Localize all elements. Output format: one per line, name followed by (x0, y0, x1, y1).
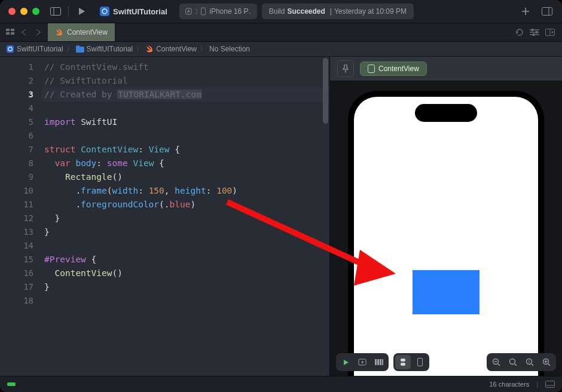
rendered-rectangle (413, 270, 479, 314)
forward-button[interactable] (32, 26, 44, 38)
svg-rect-24 (377, 359, 379, 365)
live-preview-button[interactable] (338, 355, 353, 369)
code-line[interactable]: Rectangle() (44, 170, 329, 184)
code-area[interactable]: // ContentView.swift// SwiftTutorial// C… (42, 57, 329, 376)
code-line[interactable]: // SwiftTutorial (44, 74, 329, 88)
svg-rect-28 (401, 363, 405, 366)
code-line[interactable]: .frame(width: 150, height: 100) (44, 184, 329, 198)
svg-rect-8 (11, 29, 14, 31)
status-sep: | (330, 7, 332, 16)
minimize-dot[interactable] (20, 8, 28, 15)
folder-icon (76, 45, 84, 53)
code-line[interactable]: } (44, 225, 329, 239)
editor-tabbar: ContentView (0, 23, 562, 42)
xcode-toolbar: SwiftUITutorial iPhone 16 P… Build Succe… (0, 0, 562, 23)
main-split: 123456789101112131415161718 // ContentVi… (0, 57, 562, 376)
status-result: Succeeded (287, 7, 325, 16)
crumb-project[interactable]: SwiftUITutorial (6, 45, 63, 53)
back-button[interactable] (18, 26, 30, 38)
add-editor-icon[interactable] (545, 29, 555, 36)
iphone-icon (201, 7, 206, 16)
run-button[interactable] (74, 4, 89, 19)
toggle-navigator-icon[interactable] (48, 4, 63, 19)
code-line[interactable]: } (44, 212, 329, 225)
code-line[interactable]: var body: some View { (44, 157, 329, 170)
crumb-selection[interactable]: No Selection (209, 45, 250, 53)
swift-file-icon (55, 28, 63, 36)
related-items-icon[interactable] (6, 29, 16, 36)
svg-rect-7 (6, 29, 10, 31)
svg-rect-42 (546, 381, 555, 388)
code-line[interactable] (44, 294, 329, 308)
svg-rect-23 (375, 359, 377, 365)
destination-label: iPhone 16 P… (209, 7, 251, 16)
svg-point-33 (510, 359, 515, 365)
phone-preview-button[interactable] (412, 355, 427, 369)
char-count: 16 characters (489, 381, 529, 388)
code-line[interactable]: ContentView() (44, 267, 329, 280)
preview-tab-label: ContentView (378, 65, 419, 73)
preview-canvas[interactable]: 1 (330, 81, 562, 376)
svg-line-31 (498, 364, 500, 366)
add-icon[interactable] (518, 4, 533, 19)
swift-file-icon (145, 45, 154, 53)
crumb-folder[interactable]: SwiftUITutorial (76, 45, 133, 53)
run-destination[interactable]: iPhone 16 P… (179, 4, 257, 19)
editor-options-icon[interactable] (530, 29, 539, 36)
code-line[interactable]: import SwiftUI (44, 115, 329, 129)
svg-rect-27 (401, 359, 405, 362)
project-icon (6, 45, 14, 53)
close-dot[interactable] (8, 8, 16, 15)
code-line[interactable]: #Preview { (44, 253, 329, 267)
scheme-selector[interactable]: SwiftUITutorial (94, 5, 173, 18)
app-store-icon (185, 8, 192, 15)
svg-rect-15 (536, 31, 537, 33)
scheme-label: SwiftUITutorial (113, 7, 167, 16)
tab-label: ContentView (67, 28, 108, 36)
library-icon[interactable] (539, 4, 555, 19)
chevron-right-icon (196, 8, 198, 14)
svg-rect-10 (11, 32, 14, 35)
jump-bar[interactable]: SwiftUITutorial 〉 SwiftUITutorial 〉 Cont… (0, 42, 562, 57)
svg-rect-0 (51, 8, 61, 16)
code-line[interactable]: // ContentView.swift (44, 60, 329, 74)
zoom-out-icon[interactable] (488, 355, 504, 369)
code-editor[interactable]: 123456789101112131415161718 // ContentVi… (0, 57, 329, 376)
code-line[interactable]: struct ContentView: View { (44, 143, 329, 157)
device-settings-button[interactable] (395, 355, 411, 369)
svg-rect-5 (542, 8, 552, 16)
svg-point-2 (102, 9, 107, 14)
svg-rect-14 (532, 29, 533, 31)
app-icon (100, 7, 109, 16)
code-line[interactable] (44, 239, 329, 253)
svg-rect-29 (417, 359, 422, 366)
zoom-actual-icon[interactable]: 1 (522, 355, 537, 369)
svg-line-36 (532, 364, 533, 366)
zoom-dot[interactable] (32, 8, 39, 15)
activity-status[interactable]: Build Succeeded | Yesterday at 10:09 PM (262, 4, 414, 19)
code-line[interactable] (44, 102, 329, 115)
toggle-debug-area-icon[interactable] (545, 381, 555, 388)
svg-line-39 (548, 364, 550, 366)
reload-icon[interactable] (515, 28, 524, 36)
crumb-file[interactable]: ContentView (145, 45, 197, 53)
svg-rect-25 (380, 359, 381, 365)
svg-rect-21 (368, 65, 375, 73)
svg-rect-9 (6, 32, 10, 35)
phone-frame (348, 91, 544, 376)
code-line[interactable]: } (44, 280, 329, 294)
variants-button[interactable] (371, 355, 387, 369)
pin-preview-icon[interactable] (337, 60, 354, 77)
zoom-fit-icon[interactable] (505, 355, 521, 369)
preview-tab[interactable]: ContentView (360, 62, 427, 76)
code-line[interactable]: .foregroundColor(.blue) (44, 198, 329, 212)
svg-rect-4 (201, 8, 206, 15)
code-line[interactable] (44, 129, 329, 143)
preview-pane: ContentView (329, 57, 562, 376)
canvas-toolbar: 1 (330, 353, 562, 371)
editor-tab-active[interactable]: ContentView (48, 23, 115, 41)
selectable-preview-button[interactable] (355, 355, 370, 369)
editor-scrollbar[interactable] (321, 57, 329, 376)
zoom-in-icon[interactable] (539, 355, 554, 369)
svg-text:1: 1 (528, 360, 530, 363)
